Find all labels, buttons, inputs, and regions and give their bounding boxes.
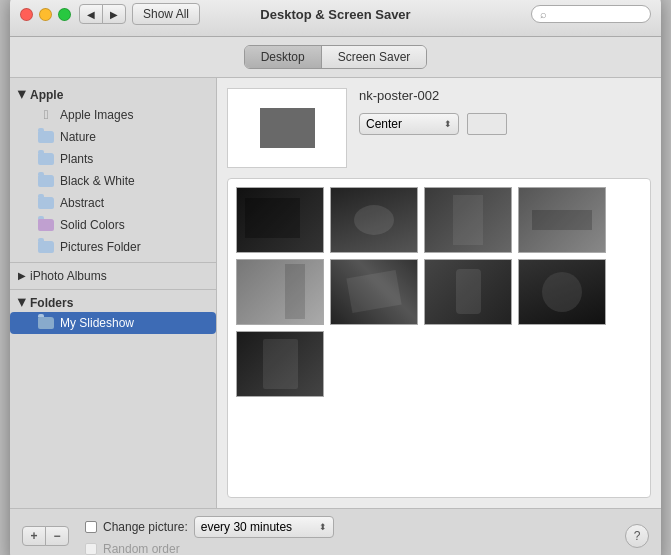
add-folder-button[interactable]: + [22, 526, 46, 546]
folder-icon-abstract [38, 195, 54, 211]
help-button[interactable]: ? [625, 524, 649, 548]
thumbnail-4[interactable] [518, 187, 606, 253]
sidebar-item-pictures-folder[interactable]: Pictures Folder [10, 236, 216, 258]
sidebar-divider-1 [10, 262, 216, 263]
preview-row: nk-poster-002 Center ⬍ [227, 88, 651, 168]
tab-screensaver[interactable]: Screen Saver [322, 46, 427, 68]
content-area: ▶ Apple  Apple Images Nature Plants [10, 78, 661, 508]
add-remove-buttons: + − [22, 526, 69, 546]
folder-icon-plants [38, 151, 54, 167]
folder-icon-bw [38, 173, 54, 189]
random-order-label: Random order [103, 542, 180, 556]
sidebar-label-abstract: Abstract [60, 196, 104, 210]
thumbnail-8[interactable] [518, 259, 606, 325]
thumbnail-3[interactable] [424, 187, 512, 253]
minimize-button[interactable] [39, 8, 52, 21]
folder-icon-nature [38, 129, 54, 145]
search-box[interactable]: ⌕ [531, 5, 651, 23]
sidebar-divider-2 [10, 289, 216, 290]
preview-image [260, 108, 315, 148]
segment-control: Desktop Screen Saver [244, 45, 428, 69]
image-name: nk-poster-002 [359, 88, 651, 103]
folder-icon-solid [38, 217, 54, 233]
sidebar-label-black-white: Black & White [60, 174, 135, 188]
sidebar-section-iphoto[interactable]: ▶ iPhoto Albums [10, 267, 216, 285]
interval-dropdown-arrow: ⬍ [319, 522, 327, 532]
titlebar: ◀ ▶ Show All Desktop & Screen Saver ⌕ [10, 0, 661, 37]
sidebar-label-solid-colors: Solid Colors [60, 218, 125, 232]
close-button[interactable] [20, 8, 33, 21]
tab-toolbar: Desktop Screen Saver [10, 37, 661, 78]
main-window: ◀ ▶ Show All Desktop & Screen Saver ⌕ De… [10, 0, 661, 555]
remove-folder-button[interactable]: − [45, 526, 69, 546]
preview-box [227, 88, 347, 168]
sidebar-label-pictures-folder: Pictures Folder [60, 240, 141, 254]
traffic-lights [20, 8, 71, 21]
show-all-button[interactable]: Show All [132, 3, 200, 25]
image-grid [227, 178, 651, 498]
sidebar-label-my-slideshow: My Slideshow [60, 316, 134, 330]
change-picture-row: Change picture: every 30 minutes ⬍ [85, 516, 625, 538]
change-picture-checkbox[interactable] [85, 521, 97, 533]
main-panel: nk-poster-002 Center ⬍ [217, 78, 661, 508]
bottom-bar: + − Change picture: every 30 minutes ⬍ R… [10, 508, 661, 556]
controls-row: Center ⬍ [359, 113, 651, 135]
interval-dropdown[interactable]: every 30 minutes ⬍ [194, 516, 334, 538]
search-input[interactable] [551, 8, 642, 20]
position-value: Center [366, 117, 402, 131]
window-title: Desktop & Screen Saver [260, 7, 410, 22]
folder-icon-pictures [38, 239, 54, 255]
sidebar-folders-label: Folders [30, 296, 73, 310]
folder-icon-slideshow [38, 315, 54, 331]
thumbnail-2[interactable] [330, 187, 418, 253]
sidebar-item-abstract[interactable]: Abstract [10, 192, 216, 214]
sidebar-label-apple-images: Apple Images [60, 108, 133, 122]
iphoto-disclosure-arrow: ▶ [18, 270, 26, 281]
random-order-checkbox[interactable] [85, 543, 97, 555]
sidebar-label-plants: Plants [60, 152, 93, 166]
sidebar-item-plants[interactable]: Plants [10, 148, 216, 170]
forward-button[interactable]: ▶ [102, 4, 126, 24]
sidebar-item-apple-images[interactable]:  Apple Images [10, 104, 216, 126]
sidebar-iphoto-label: iPhoto Albums [30, 269, 107, 283]
apple-icon:  [38, 107, 54, 123]
apple-disclosure-arrow: ▶ [17, 91, 28, 99]
info-section: nk-poster-002 Center ⬍ [359, 88, 651, 135]
back-button[interactable]: ◀ [79, 4, 103, 24]
sidebar-label-nature: Nature [60, 130, 96, 144]
bottom-options: Change picture: every 30 minutes ⬍ Rando… [85, 516, 625, 556]
thumbnail-7[interactable] [424, 259, 512, 325]
sidebar-item-solid-colors[interactable]: Solid Colors [10, 214, 216, 236]
sidebar-section-apple[interactable]: ▶ Apple [10, 86, 216, 104]
thumbnail-1[interactable] [236, 187, 324, 253]
position-dropdown[interactable]: Center ⬍ [359, 113, 459, 135]
sidebar: ▶ Apple  Apple Images Nature Plants [10, 78, 217, 508]
tab-desktop[interactable]: Desktop [245, 46, 322, 68]
sidebar-section-folders[interactable]: ▶ Folders [10, 294, 216, 312]
sidebar-item-black-white[interactable]: Black & White [10, 170, 216, 192]
thumbnail-5[interactable] [236, 259, 324, 325]
nav-buttons: ◀ ▶ [79, 4, 126, 24]
thumbnail-9[interactable] [236, 331, 324, 397]
thumbnail-6[interactable] [330, 259, 418, 325]
position-dropdown-arrow: ⬍ [444, 119, 452, 129]
sidebar-item-nature[interactable]: Nature [10, 126, 216, 148]
random-order-row: Random order [85, 542, 625, 556]
search-icon: ⌕ [540, 8, 547, 20]
color-swatch[interactable] [467, 113, 507, 135]
sidebar-item-my-slideshow[interactable]: My Slideshow [10, 312, 216, 334]
maximize-button[interactable] [58, 8, 71, 21]
change-picture-label: Change picture: [103, 520, 188, 534]
folders-disclosure-arrow: ▶ [17, 299, 28, 307]
interval-value: every 30 minutes [201, 520, 292, 534]
sidebar-apple-label: Apple [30, 88, 63, 102]
